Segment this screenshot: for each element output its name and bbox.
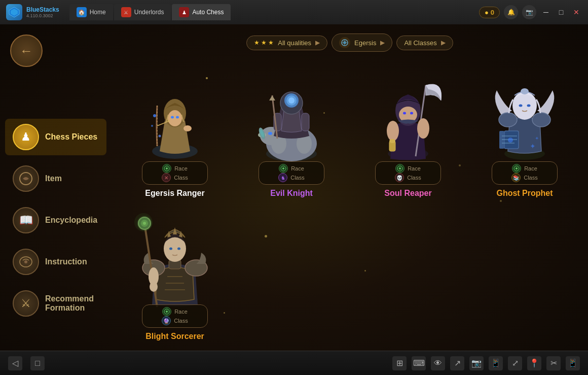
blight-sorcerer-name: Blight Sorcerer xyxy=(145,332,204,341)
class-arrow-icon: ▶ xyxy=(441,39,446,46)
minimize-btn[interactable]: ─ xyxy=(540,7,552,18)
svg-point-53 xyxy=(399,167,401,169)
filter-bar: ★★★ All qualities ▶ Egersis ▶ All Classe… xyxy=(112,33,588,52)
evil-knight-race-label: Race xyxy=(291,165,304,172)
svg-point-20 xyxy=(183,125,192,131)
svg-point-55 xyxy=(499,113,517,127)
blight-sorcerer-race: Race xyxy=(162,307,188,316)
soul-reaper-svg xyxy=(370,65,446,166)
pieces-grid: Race ✕ Class Egersis Ranger xyxy=(117,60,583,370)
blight-sorcerer-class-icon: 🔮 xyxy=(162,316,171,325)
quality-arrow-icon: ▶ xyxy=(315,39,320,46)
sidebar-item-chess-pieces[interactable]: ♟ Chess Pieces xyxy=(5,119,106,155)
tab-home-label: Home xyxy=(90,9,106,16)
evil-knight-class-icon: ♞ xyxy=(278,173,287,182)
item-label: Item xyxy=(45,174,62,183)
sidebar-item-encyclopedia[interactable]: 📖 Encyclopedia xyxy=(5,202,106,238)
svg-point-59 xyxy=(519,105,523,107)
svg-point-56 xyxy=(532,113,550,127)
sidebar: ♟ Chess Pieces Item 📖 Encyclopedia xyxy=(0,24,112,375)
evil-knight-badge: Race ♞ Class xyxy=(259,161,324,185)
soul-reaper-race-label: Race xyxy=(408,165,421,172)
soul-reaper-race-icon xyxy=(395,164,405,173)
blight-sorcerer-class-label: Class xyxy=(174,318,188,324)
egersis-ranger-image xyxy=(129,65,220,166)
sidebar-item-recommend[interactable]: ⚔ Recommend Formation xyxy=(5,285,106,322)
svg-point-70 xyxy=(516,167,518,169)
encyclopedia-icon: 📖 xyxy=(13,207,39,233)
taskbar-camera-btn[interactable]: 📷 xyxy=(469,356,484,370)
taskbar-home-btn[interactable]: □ xyxy=(30,356,45,370)
sidebar-item-instruction[interactable]: Instruction xyxy=(5,244,106,280)
evil-knight-name: Evil Knight xyxy=(270,189,313,198)
tab-autochess-label: Auto Chess xyxy=(192,9,224,16)
evil-knight-class: ♞ Class xyxy=(278,173,305,182)
svg-point-46 xyxy=(410,112,413,115)
egersis-ranger-badge: Race ✕ Class xyxy=(142,161,208,185)
soul-reaper-badge: Race 💀 Class xyxy=(375,161,441,185)
tab-underlords-label: Underlords xyxy=(134,9,164,16)
egersis-race-label: Race xyxy=(174,165,188,172)
notification-btn[interactable]: 🔔 xyxy=(504,5,518,19)
soul-reaper-name: Soul Reaper xyxy=(384,189,431,198)
svg-point-31 xyxy=(268,132,272,135)
taskbar-cut-btn[interactable]: ✂ xyxy=(546,356,561,370)
taskbar-expand-btn[interactable]: ⤢ xyxy=(508,356,522,370)
soul-reaper-race: Race xyxy=(395,164,421,173)
game-area: ← ♟ Chess Pieces Item 📖 Encyclopedia xyxy=(0,24,588,375)
quality-filter[interactable]: ★★★ All qualities ▶ xyxy=(246,36,327,50)
taskbar-arrow-btn[interactable]: ↗ xyxy=(450,356,464,370)
blight-sorcerer-image xyxy=(129,198,220,310)
tab-autochess[interactable]: ♟ Auto Chess xyxy=(172,4,231,20)
ghost-prophet-race-icon xyxy=(512,164,521,173)
svg-marker-39 xyxy=(269,95,275,100)
taskbar-mobile-btn[interactable]: 📱 xyxy=(566,356,580,370)
blight-sorcerer-badge: Race 🔮 Class xyxy=(142,304,208,328)
evil-knight-image xyxy=(246,65,337,166)
ghost-prophet-class-icon: 📚 xyxy=(511,173,521,182)
tab-home[interactable]: 🏠 Home xyxy=(69,4,113,20)
taskbar-phone-btn[interactable]: 📱 xyxy=(489,356,503,370)
svg-rect-37 xyxy=(302,113,309,131)
svg-point-17 xyxy=(153,114,156,117)
piece-card-blight-sorcerer[interactable]: Race 🔮 Class Blight Sorcerer xyxy=(122,198,228,341)
taskbar-apps-btn[interactable]: ⊞ xyxy=(392,356,407,370)
piece-card-ghost-prophet[interactable]: ✦ ✦ Race 📚 Class Ghost Prophet xyxy=(471,65,578,198)
svg-point-80 xyxy=(177,248,180,250)
titlebar-left: BlueStacks 4.110.0.3002 xyxy=(0,4,65,20)
piece-card-evil-knight[interactable]: Race ♞ Class Evil Knight xyxy=(238,65,345,198)
coin-badge: ● 0 xyxy=(479,7,500,18)
taskbar-left: ◁ □ xyxy=(8,356,45,370)
instruction-icon xyxy=(13,249,39,275)
svg-point-4 xyxy=(24,260,27,263)
taskbar-eye-btn[interactable]: 👁 xyxy=(431,356,445,370)
blight-sorcerer-race-label: Race xyxy=(174,309,188,315)
maximize-btn[interactable]: □ xyxy=(556,7,567,18)
tab-underlords[interactable]: ⚔ Underlords xyxy=(114,4,171,20)
piece-card-egersis-ranger[interactable]: Race ✕ Class Egersis Ranger xyxy=(122,65,228,198)
close-btn[interactable]: ✕ xyxy=(571,7,582,18)
blight-sorcerer-svg xyxy=(134,198,215,310)
piece-card-soul-reaper[interactable]: Race 💀 Class Soul Reaper xyxy=(355,65,461,198)
bluestacks-name: BlueStacks xyxy=(26,6,59,13)
ghost-prophet-svg: ✦ ✦ xyxy=(487,65,563,166)
svg-point-58 xyxy=(521,88,529,94)
class-filter[interactable]: All Classes ▶ xyxy=(396,36,453,50)
evil-knight-race-icon xyxy=(279,164,288,173)
titlebar-controls: ● 0 🔔 📷 ─ □ ✕ xyxy=(473,5,588,19)
race-icon xyxy=(339,37,350,48)
camera-btn[interactable]: 📷 xyxy=(522,5,536,19)
egersis-class-icon: ✕ xyxy=(162,173,171,182)
taskbar-keyboard-btn[interactable]: ⌨ xyxy=(412,356,426,370)
sidebar-item-item[interactable]: Item xyxy=(5,160,106,197)
class-label: All Classes xyxy=(404,39,436,47)
race-filter[interactable]: Egersis ▶ xyxy=(332,33,392,52)
soul-reaper-image xyxy=(362,65,454,166)
bluestacks-version: 4.110.0.3002 xyxy=(26,13,59,18)
svg-point-48 xyxy=(387,121,399,141)
taskbar-back-btn[interactable]: ◁ xyxy=(8,356,22,370)
egersis-class-label: Class xyxy=(174,175,188,181)
taskbar-location-btn[interactable]: 📍 xyxy=(527,356,541,370)
svg-point-60 xyxy=(527,105,531,107)
svg-point-22 xyxy=(166,167,168,169)
